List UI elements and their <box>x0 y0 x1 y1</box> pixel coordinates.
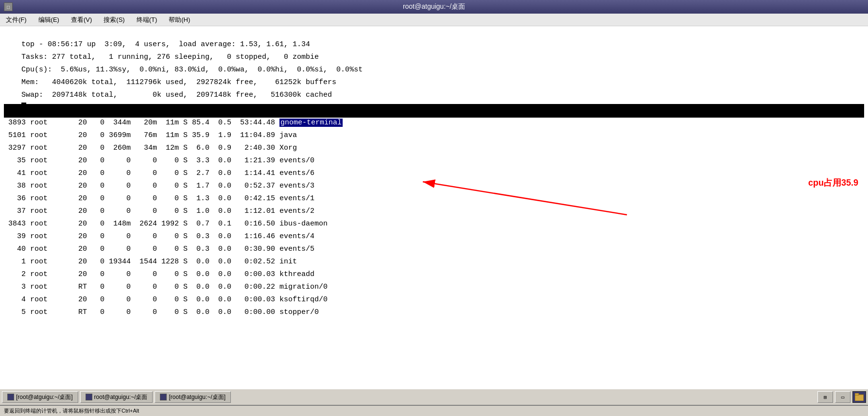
process-row: 3 root RT 0 0 0 0 S 0.0 0.0 0:00.22 migr… <box>4 282 864 295</box>
menu-file[interactable]: 文件(F) <box>4 15 29 25</box>
taskbar-icon-1 <box>7 394 14 400</box>
window-title: root@atguigu:~/桌面 <box>403 2 465 11</box>
process-row: 4 root 20 0 0 0 0 S 0.0 0.0 0:00.03 ksof… <box>4 295 864 307</box>
menu-bar: 文件(F) 编辑(E) 查看(V) 搜索(S) 终端(T) 帮助(H) <box>0 14 868 26</box>
process-row: 5 root RT 0 0 0 0 S 0.0 0.0 0:00.00 stop… <box>4 307 864 320</box>
process-row: 1 root 20 0 19344 1544 1228 S 0.0 0.0 0:… <box>4 257 864 269</box>
taskbar-icon-3 <box>160 394 167 400</box>
taskbar-item-2[interactable]: root@atguigu:~/桌面 <box>80 391 153 403</box>
taskbar-btn-2[interactable]: ▭ <box>835 391 851 403</box>
process-row: 36 root 20 0 0 0 0 S 1.3 0.0 0:42.15 eve… <box>4 193 864 206</box>
process-row: 3893 root 20 0 344m 20m 11m S 85.4 0.5 5… <box>4 118 864 130</box>
status-bar: 要返回到终端的计管机，请将鼠标指针移出或按下Ctrl+Alt <box>0 405 868 416</box>
taskbar-label-2: root@atguigu:~/桌面 <box>94 393 148 401</box>
process-row: 37 root 20 0 0 0 0 S 1.0 0.0 1:12.01 eve… <box>4 206 864 219</box>
menu-edit[interactable]: 编辑(E) <box>36 15 61 25</box>
process-row: 5101 root 20 0 3699m 76m 11m S 35.9 1.9 … <box>4 130 864 143</box>
taskbar-label-1: [root@atguigu:~/桌面] <box>16 393 73 401</box>
taskbar-btn-1[interactable]: ⊞ <box>817 391 833 403</box>
process-row: 40 root 20 0 0 0 0 S 0.3 0.0 0:30.90 eve… <box>4 244 864 257</box>
taskbar-right: ⊞ ▭ <box>817 391 866 403</box>
process-row: 38 root 20 0 0 0 0 S 1.7 0.0 0:52.37 eve… <box>4 181 864 193</box>
process-table-body: 3893 root 20 0 344m 20m 11m S 85.4 0.5 5… <box>4 118 864 320</box>
highlighted-command: gnome-terminal <box>279 119 343 127</box>
process-row: 2 root 20 0 0 0 0 S 0.0 0.0 0:00.03 kthr… <box>4 269 864 282</box>
top-stats-line1: top - 08:56:17 up 3:09, 4 users, load av… <box>4 28 864 41</box>
terminal-area: top - 08:56:17 up 3:09, 4 users, load av… <box>0 26 868 389</box>
taskbar-item-3[interactable]: [root@atguigu:~/桌面] <box>155 391 231 403</box>
title-bar: □ root@atguigu:~/桌面 <box>0 0 868 14</box>
status-text: 要返回到终端的计管机，请将鼠标指针移出或按下Ctrl+Alt <box>4 407 139 415</box>
cpu-annotation: cpu占用35.9 <box>808 177 858 189</box>
taskbar-label-3: [root@atguigu:~/桌面] <box>169 393 226 401</box>
process-row: 35 root 20 0 0 0 0 S 3.3 0.0 1:21.39 eve… <box>4 156 864 168</box>
process-row: 3297 root 20 0 260m 34m 12m S 6.0 0.9 2:… <box>4 143 864 156</box>
menu-search[interactable]: 搜索(S) <box>102 15 126 25</box>
process-row: 39 root 20 0 0 0 0 S 0.3 0.0 1:16.46 eve… <box>4 231 864 244</box>
process-row: 41 root 20 0 0 0 0 S 2.7 0.0 1:14.41 eve… <box>4 168 864 181</box>
process-row: 3843 root 20 0 148m 2624 1992 S 0.7 0.1 … <box>4 219 864 231</box>
menu-help[interactable]: 帮助(H) <box>167 15 192 25</box>
taskbar: [root@atguigu:~/桌面] root@atguigu:~/桌面 [r… <box>0 389 868 405</box>
svg-rect-2 <box>855 395 864 401</box>
taskbar-item-1[interactable]: [root@atguigu:~/桌面] <box>2 391 78 403</box>
window-icon: □ <box>4 2 13 11</box>
taskbar-folder[interactable] <box>852 391 866 403</box>
menu-terminal[interactable]: 终端(T) <box>135 15 159 25</box>
taskbar-icon-2 <box>86 394 92 400</box>
menu-view[interactable]: 查看(V) <box>69 15 94 25</box>
svg-rect-3 <box>855 393 859 395</box>
process-table-header: PID USER PR NI VIRT RES SHR S %CPU %MEM … <box>4 104 864 118</box>
